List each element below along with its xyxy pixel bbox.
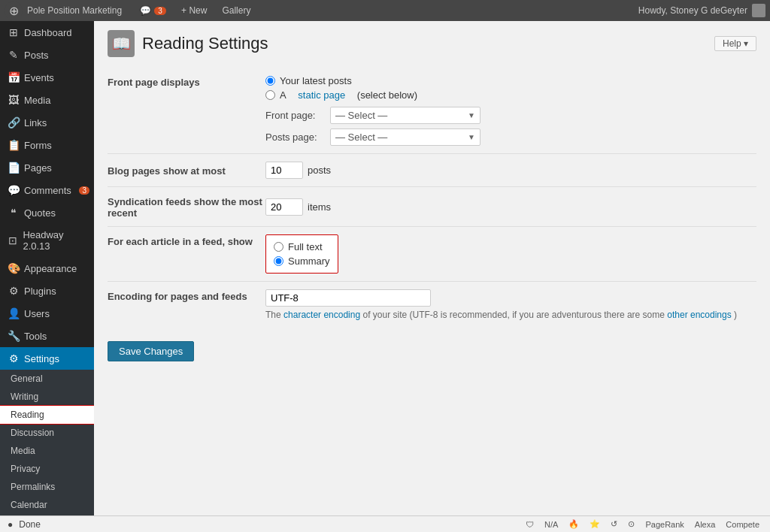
site-name[interactable]: Pole Position Marketing [27,5,122,16]
posts-page-select-row: Posts page: — Select — ▼ [265,128,756,146]
radio-latest-posts[interactable] [265,76,275,86]
feed-summary-text: Summary [288,255,330,267]
sidebar-item-comments[interactable]: 💬 Comments 3 [0,179,94,201]
bottom-shield-icon: 🛡 [523,520,537,529]
blog-pages-suffix: posts [308,165,331,176]
radio-latest-posts-label[interactable]: Your latest posts [265,75,756,86]
save-changes-button[interactable]: Save Changes [108,341,194,361]
sidebar-label-tools: Tools [24,331,47,342]
encoding-note-mid: of your site (UTF-8 is recommended, if y… [362,310,665,320]
posts-page-caret-icon: ▼ [468,133,475,141]
forms-icon: 📋 [8,139,20,151]
feed-summary-label[interactable]: Summary [274,255,330,267]
posts-page-select[interactable]: — Select — ▼ [330,128,480,146]
blog-pages-label: Blog pages show at most [108,164,265,177]
submenu-permalinks[interactable]: Permalinks [0,478,94,496]
page-header: 📖 Reading Settings Help ▾ [108,30,756,57]
submenu-calendar[interactable]: Calendar [0,496,94,514]
submenu-writing[interactable]: Writing [0,388,94,406]
static-page-link[interactable]: static page [298,89,345,101]
submenu-media[interactable]: Media [0,442,94,460]
sidebar-item-headway[interactable]: ⊡ Headway 2.0.13 [0,224,94,257]
wp-logo-icon[interactable]: ⊕ [5,2,23,20]
sidebar-item-appearance[interactable]: 🎨 Appearance [0,257,94,280]
radio-static-page[interactable] [265,90,275,100]
comments-icon: 💬 [8,184,20,196]
encoding-note: The character encoding of your site (UTF… [265,310,756,320]
adminbar-items: 💬 3 + New Gallery [134,4,638,17]
bottom-alexa-label: Alexa [692,520,719,529]
sidebar-label-headway: Headway 2.0.13 [23,229,86,252]
sidebar-item-forms[interactable]: 📋 Forms [0,134,94,156]
sidebar-label-dashboard: Dashboard [24,27,72,38]
sidebar-item-users[interactable]: 👤 Users [0,302,94,325]
pages-icon: 📄 [8,162,20,174]
radio-latest-posts-text: Your latest posts [280,75,352,86]
comment-icon: 💬 [140,5,151,16]
front-page-select[interactable]: — Select — ▼ [330,107,480,124]
sidebar-item-events[interactable]: 📅 Events [0,66,94,89]
help-button[interactable]: Help ▾ [714,36,756,51]
front-page-select-row: Front page: — Select — ▼ [265,107,756,124]
submenu-label-permalinks: Permalinks [11,482,55,492]
page-title: Reading Settings [142,34,268,53]
adminbar-gallery[interactable]: Gallery [216,4,256,17]
sidebar-item-posts[interactable]: ✎ Posts [0,44,94,66]
sidebar-item-tools[interactable]: 🔧 Tools [0,325,94,347]
sidebar-item-settings[interactable]: ⚙ Settings [0,347,94,370]
submenu-label-writing: Writing [11,391,38,402]
adminbar-comments[interactable]: 💬 3 [134,4,172,17]
sidebar-label-forms: Forms [24,140,52,151]
feed-full-text-label[interactable]: Full text [274,241,330,252]
sidebar-item-media[interactable]: 🖼 Media [0,89,94,111]
sidebar-item-quotes[interactable]: ❝ Quotes [0,201,94,224]
static-page-suffix: (select below) [357,89,417,101]
radio-summary[interactable] [274,256,283,266]
front-page-select-label: Front page: [265,110,326,121]
feed-radio-group: Full text Summary [274,241,330,267]
comments-bubble: 3 [79,186,89,195]
submenu-label-media-sub: Media [11,446,35,456]
encoding-input[interactable] [265,289,431,307]
radio-static-page-label[interactable]: A static page (select below) [265,89,756,101]
settings-icon: ⚙ [8,352,20,364]
other-encodings-link[interactable]: other encodings [667,310,731,320]
main-layout: ⊞ Dashboard ✎ Posts 📅 Events 🖼 Media 🔗 L… [0,21,770,532]
appearance-icon: 🎨 [8,262,20,274]
syndication-suffix: items [308,201,331,213]
posts-page-select-label: Posts page: [265,131,326,143]
character-encoding-link[interactable]: character encoding [283,310,360,320]
sidebar-item-dashboard[interactable]: ⊞ Dashboard [0,21,94,44]
sidebar-item-plugins[interactable]: ⚙ Plugins [0,280,94,302]
sidebar-label-posts: Posts [24,50,49,61]
media-icon: 🖼 [8,94,20,106]
howdy-text: Howdy, Stoney G deGeyter [638,5,747,16]
submenu-label-general: General [11,373,43,384]
bottom-done-label: Done [19,519,41,530]
submenu-discussion[interactable]: Discussion [0,424,94,442]
adminbar-new[interactable]: + New [175,4,213,17]
save-button-container: Save Changes [108,328,756,376]
radio-full-text[interactable] [274,242,283,252]
submenu-reading[interactable]: Reading [0,406,94,424]
blog-pages-input[interactable] [265,162,303,179]
encoding-controls: The character encoding of your site (UTF… [265,289,756,320]
sidebar-item-pages[interactable]: 📄 Pages [0,156,94,179]
front-page-radio-group: Your latest posts A static page (select … [265,75,756,101]
submenu-label-reading: Reading [11,410,44,420]
settings-form-area: Front page displays Your latest posts A … [108,68,756,376]
bottom-icons: 🛡 N/A 🔥 ⭐ ↺ ⊙ PageRank Alexa Compete [523,519,762,529]
sidebar-item-links[interactable]: 🔗 Links [0,111,94,134]
submenu-privacy[interactable]: Privacy [0,460,94,478]
sidebar-label-events: Events [24,72,54,83]
submenu-general[interactable]: General [0,370,94,388]
admin-top-bar: ⊕ Pole Position Marketing 💬 3 + New Gall… [0,0,770,21]
blog-pages-controls: posts [265,162,756,179]
sidebar-label-plugins: Plugins [24,286,56,297]
sidebar-label-appearance: Appearance [24,263,77,274]
feed-show-label: For each article in a feed, show [108,234,265,247]
radio-static-pre: A [280,89,286,101]
users-icon: 👤 [8,307,20,319]
syndication-input[interactable] [265,198,303,216]
plugins-icon: ⚙ [8,285,20,297]
